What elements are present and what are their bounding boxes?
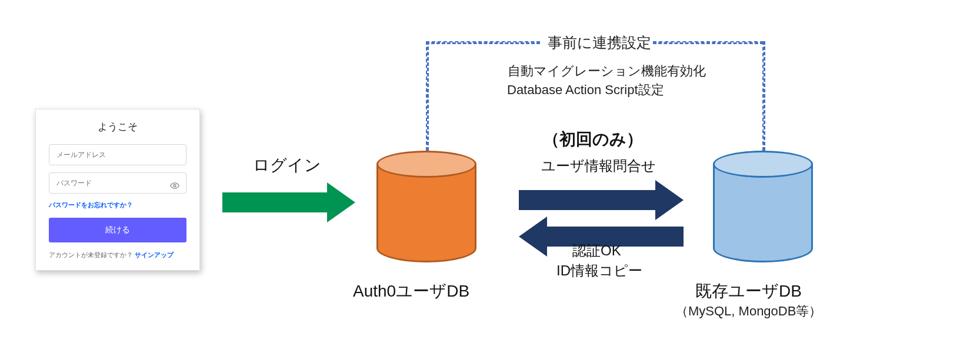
auth0-db-label: Auth0ユーザDB (353, 280, 469, 302)
first-time-label: （初回のみ） (543, 128, 643, 151)
dash-top-left (426, 41, 540, 44)
id-copy-label: ID情報コピー (556, 261, 642, 280)
existing-db-label: 既存ユーザDB (695, 280, 802, 302)
login-arrow-label: ログイン (253, 154, 321, 177)
login-title: ようこそ (49, 120, 186, 134)
user-query-label: ユーザ情報問合せ (541, 157, 656, 175)
signup-link[interactable]: サインアップ (135, 251, 174, 258)
login-card: ようこそ パスワードをお忘れですか？ 続ける アカウントが未登録ですか？ サイン… (35, 109, 200, 271)
signup-prompt: アカウントが未登録ですか？ サインアップ (49, 251, 186, 260)
dash-top-right (653, 41, 764, 44)
password-field[interactable] (49, 172, 186, 194)
email-field[interactable] (49, 144, 186, 165)
continue-button[interactable]: 続ける (49, 218, 186, 242)
auth-ok-label: 認証OK (572, 241, 621, 260)
signup-prompt-text: アカウントが未登録ですか？ (49, 251, 135, 258)
existing-db-cylinder (713, 151, 813, 262)
preconfig-sub2: Database Action Script設定 (507, 81, 664, 99)
forgot-password-link[interactable]: パスワードをお忘れですか？ (49, 201, 186, 209)
eye-icon[interactable] (170, 181, 179, 192)
preconfig-sub1: 自動マイグレーション機能有効化 (508, 62, 706, 80)
preconfig-label: 事前に連携設定 (548, 33, 651, 52)
query-arrow-right (519, 180, 684, 220)
dash-left-vertical (426, 41, 429, 151)
svg-point-0 (174, 185, 176, 187)
auth0-db-cylinder (376, 151, 476, 262)
existing-db-sublabel: （MySQL, MongoDB等） (675, 302, 822, 320)
login-arrow (222, 182, 355, 222)
dash-right-vertical (762, 41, 765, 151)
